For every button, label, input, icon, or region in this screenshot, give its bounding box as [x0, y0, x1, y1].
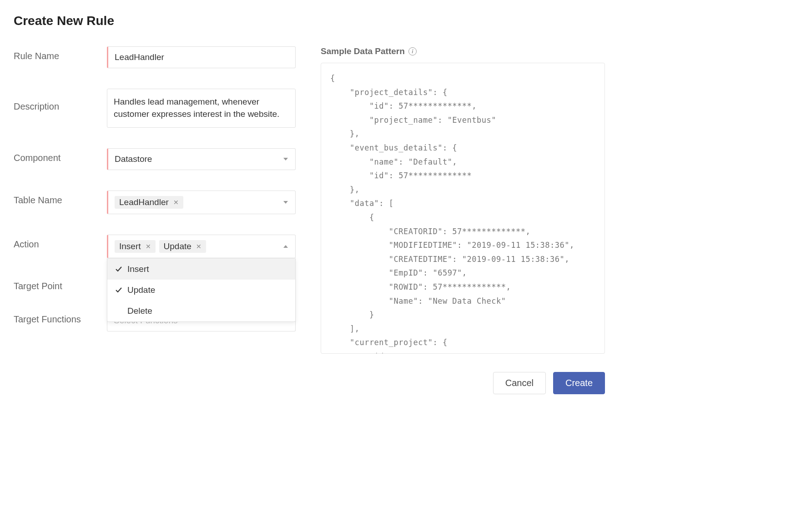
action-chip-insert: Insert ✕: [115, 240, 156, 253]
description-input[interactable]: Handles lead management, whenever custom…: [114, 96, 289, 120]
chip-remove-icon[interactable]: ✕: [145, 243, 152, 250]
table-name-select[interactable]: LeadHandler ✕: [107, 191, 296, 214]
cancel-button[interactable]: Cancel: [493, 372, 546, 394]
form-panel: Rule Name Description Handles lead manag…: [14, 46, 296, 354]
chip-label: LeadHandler: [119, 197, 169, 207]
component-selected-value: Datastore: [115, 154, 152, 164]
chip-remove-icon[interactable]: ✕: [172, 199, 180, 206]
chip-label: Update: [164, 241, 191, 251]
check-icon: [116, 266, 123, 272]
chevron-up-icon: [283, 245, 288, 248]
target-point-label: Target Point: [14, 276, 107, 291]
rule-name-input[interactable]: [115, 52, 289, 62]
component-select[interactable]: Datastore: [107, 148, 296, 170]
component-label: Component: [14, 148, 107, 163]
rule-name-field[interactable]: [107, 46, 296, 68]
sample-panel: Sample Data Pattern i { "project_details…: [321, 46, 605, 354]
action-chip-update: Update ✕: [159, 240, 206, 253]
page-title: Create New Rule: [14, 14, 605, 28]
create-button[interactable]: Create: [553, 372, 605, 394]
action-option-delete[interactable]: Delete: [107, 301, 295, 321]
option-label: Insert: [127, 264, 149, 274]
option-label: Delete: [127, 306, 152, 316]
chip-remove-icon[interactable]: ✕: [195, 243, 202, 250]
sample-code-box: { "project_details": { "id": 57*********…: [321, 63, 605, 354]
check-icon: [116, 287, 123, 293]
table-name-chip: LeadHandler ✕: [115, 196, 183, 209]
table-name-label: Table Name: [14, 191, 107, 206]
target-functions-label: Target Functions: [14, 310, 107, 325]
action-label: Action: [14, 235, 107, 250]
action-dropdown-list: Insert Update Delete: [107, 258, 296, 322]
description-label: Description: [14, 89, 107, 112]
info-icon[interactable]: i: [408, 47, 417, 55]
action-option-insert[interactable]: Insert: [107, 259, 295, 280]
chevron-down-icon: [283, 201, 288, 204]
footer-actions: Cancel Create: [14, 372, 605, 394]
action-select[interactable]: Insert ✕ Update ✕: [107, 235, 296, 258]
description-field[interactable]: Handles lead management, whenever custom…: [107, 89, 296, 128]
action-option-update[interactable]: Update: [107, 280, 295, 301]
chevron-down-icon: [283, 158, 288, 161]
chip-label: Insert: [119, 241, 141, 251]
sample-header-text: Sample Data Pattern: [321, 46, 405, 56]
rule-name-label: Rule Name: [14, 46, 107, 61]
option-label: Update: [127, 285, 155, 295]
